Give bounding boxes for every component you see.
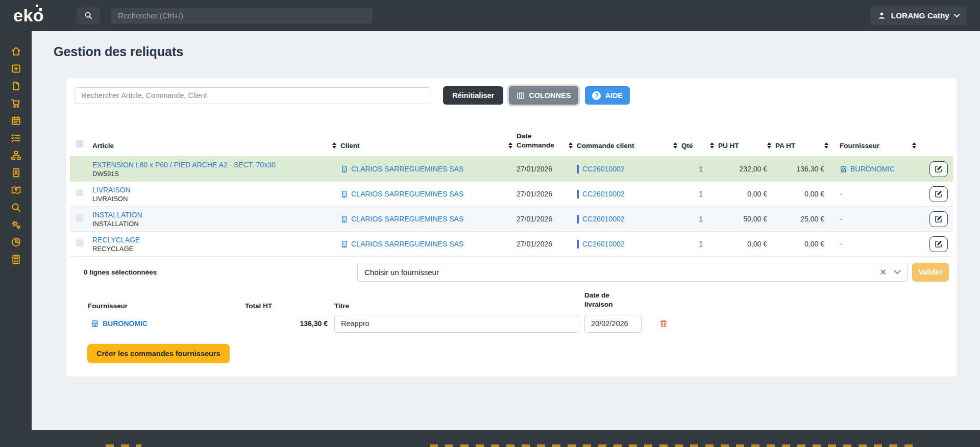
columns-button[interactable]: COLONNES bbox=[509, 86, 578, 105]
order-link[interactable]: CC26010002 bbox=[582, 190, 625, 198]
sidebar bbox=[0, 31, 32, 447]
sort-icon[interactable] bbox=[767, 142, 771, 150]
sort-icon[interactable] bbox=[569, 142, 573, 150]
pu-ht-value: 0,00 € bbox=[718, 240, 775, 248]
edit-row-button[interactable] bbox=[929, 211, 948, 227]
edit-row-button[interactable] bbox=[929, 186, 948, 202]
client-link[interactable]: CLARIOS SARREGUEMINES SAS bbox=[340, 215, 517, 223]
store-icon bbox=[840, 165, 847, 173]
article-link[interactable]: INSTALLATION bbox=[92, 211, 340, 219]
id-card-icon bbox=[11, 167, 21, 178]
sidebar-item-calendar[interactable] bbox=[0, 112, 32, 129]
building-icon bbox=[340, 165, 348, 173]
order-link[interactable]: CC26010002 bbox=[582, 215, 625, 223]
global-search-button[interactable] bbox=[77, 7, 100, 24]
select-all-checkbox[interactable] bbox=[76, 140, 83, 147]
client-link[interactable]: CLARIOS SARREGUEMINES SAS bbox=[340, 240, 517, 248]
task-list-icon bbox=[11, 133, 21, 143]
create-supplier-orders-button[interactable]: Créer les commandes fournisseurs bbox=[87, 344, 230, 363]
col-pu-ht: PU HT bbox=[718, 142, 739, 150]
row-checkbox[interactable] bbox=[76, 164, 83, 171]
qty-value: 1 bbox=[681, 240, 718, 248]
qty-value: 1 bbox=[681, 215, 718, 223]
pa-ht-value: 0,00 € bbox=[775, 240, 832, 248]
row-checkbox[interactable] bbox=[76, 214, 83, 221]
sidebar-item-map[interactable] bbox=[0, 181, 32, 198]
sort-icon[interactable] bbox=[912, 142, 916, 150]
delivery-date-input[interactable] bbox=[584, 315, 642, 333]
table-row: RECLYCLAGERECYCLAGE CLARIOS SARREGUEMINE… bbox=[70, 232, 953, 257]
trash-icon bbox=[659, 319, 668, 329]
col-qte: Qté bbox=[681, 142, 693, 150]
sort-icon[interactable] bbox=[332, 142, 336, 150]
client-link[interactable]: CLARIOS SARREGUEMINES SAS bbox=[340, 190, 517, 198]
row-checkbox[interactable] bbox=[76, 239, 83, 246]
sidebar-item-tasks[interactable] bbox=[0, 129, 32, 146]
user-name: LORANG Cathy bbox=[891, 11, 949, 20]
article-link[interactable]: LIVRAISON bbox=[92, 186, 340, 194]
sort-icon[interactable] bbox=[824, 142, 828, 150]
sidebar-item-documents[interactable] bbox=[0, 77, 32, 94]
sidebar-item-stats[interactable] bbox=[0, 233, 32, 251]
validate-button[interactable]: Valider bbox=[912, 263, 949, 282]
article-reference: INSTALLATION bbox=[92, 220, 340, 228]
order-date: 27/01/2026 bbox=[517, 240, 577, 248]
header-titre: Titre bbox=[334, 302, 584, 311]
building-icon bbox=[340, 240, 348, 248]
supplier-empty: - bbox=[840, 190, 842, 198]
sidebar-item-home[interactable] bbox=[0, 42, 32, 60]
edit-row-button[interactable] bbox=[929, 236, 948, 252]
filter-search-input[interactable] bbox=[74, 87, 430, 104]
pa-ht-value: 136,30 € bbox=[775, 165, 832, 173]
pencil-square-icon bbox=[935, 215, 943, 223]
table-row: INSTALLATIONINSTALLATION CLARIOS SARREGU… bbox=[70, 207, 953, 232]
sort-icon[interactable] bbox=[710, 142, 714, 150]
chevron-down-icon bbox=[954, 14, 960, 18]
sidebar-item-organization[interactable] bbox=[0, 146, 32, 164]
sidebar-item-purchases[interactable] bbox=[0, 94, 32, 112]
sidebar-item-contacts[interactable] bbox=[0, 164, 32, 181]
supplier-order-link[interactable]: BURONOMIC bbox=[74, 319, 245, 328]
pa-ht-value: 25,00 € bbox=[775, 215, 832, 223]
edit-row-button[interactable] bbox=[929, 161, 948, 177]
article-link[interactable]: RECLYCLAGE bbox=[92, 236, 340, 244]
sort-icon[interactable] bbox=[673, 142, 677, 150]
reset-button[interactable]: Réinitialiser bbox=[443, 86, 503, 105]
supplier-name: BURONOMIC bbox=[850, 165, 895, 173]
supplier-link[interactable]: BURONOMIC bbox=[840, 165, 920, 173]
pu-ht-value: 0,00 € bbox=[718, 190, 775, 198]
row-checkbox[interactable] bbox=[76, 189, 83, 196]
help-button-label: AIDE bbox=[605, 91, 623, 100]
col-commande-client: Commande client bbox=[577, 142, 634, 150]
sidebar-item-search[interactable] bbox=[0, 198, 32, 216]
sidebar-item-settings[interactable] bbox=[0, 216, 32, 233]
clear-icon[interactable]: ✕ bbox=[880, 267, 887, 277]
help-button[interactable]: ? AIDE bbox=[585, 86, 630, 105]
gears-icon bbox=[11, 219, 21, 230]
global-search-input[interactable] bbox=[111, 8, 373, 23]
sidebar-item-add[interactable] bbox=[0, 60, 32, 77]
sidebar-item-accounting[interactable] bbox=[0, 251, 32, 268]
delete-supplier-order-button[interactable] bbox=[659, 319, 668, 329]
article-link[interactable]: EXTENSION L80 x P60 / PIED ARCHE A2 - SE… bbox=[92, 161, 340, 169]
sort-icon[interactable] bbox=[508, 142, 512, 150]
order-bar bbox=[577, 215, 579, 224]
store-icon bbox=[91, 319, 99, 328]
order-title-input[interactable] bbox=[334, 315, 579, 333]
header-date-livraison: Date de livraison bbox=[584, 291, 633, 310]
map-icon bbox=[11, 185, 21, 195]
supplier-select[interactable]: Choisir un fournisseur ✕ bbox=[357, 263, 908, 282]
search-icon bbox=[11, 202, 21, 213]
header-fournisseur: Fournisseur bbox=[74, 302, 245, 311]
pu-ht-value: 50,00 € bbox=[718, 215, 775, 223]
columns-button-label: COLONNES bbox=[529, 91, 571, 100]
supplier-empty: - bbox=[840, 240, 842, 248]
page-title: Gestion des reliquats bbox=[54, 44, 957, 59]
client-name: CLARIOS SARREGUEMINES SAS bbox=[351, 165, 463, 173]
chevron-down-icon[interactable] bbox=[894, 270, 901, 275]
user-menu[interactable]: LORANG Cathy bbox=[870, 6, 967, 26]
col-article: Article bbox=[92, 142, 114, 150]
client-link[interactable]: CLARIOS SARREGUEMINES SAS bbox=[340, 165, 517, 173]
order-link[interactable]: CC26010002 bbox=[582, 165, 625, 173]
order-link[interactable]: CC26010002 bbox=[582, 240, 625, 248]
